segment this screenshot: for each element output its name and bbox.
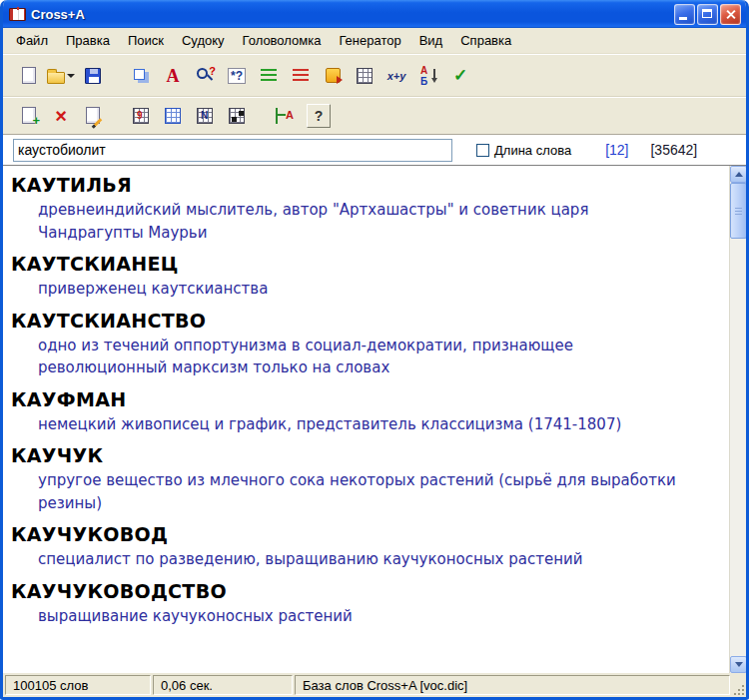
menu-view[interactable]: Вид <box>410 30 452 51</box>
save-floppy-icon <box>85 68 101 84</box>
font-button[interactable]: A <box>157 61 189 91</box>
crossword-grid-icon <box>229 108 245 124</box>
add-entry-button[interactable]: + <box>13 101 45 131</box>
save-button[interactable] <box>77 61 109 91</box>
match-count: [35642] <box>650 142 697 158</box>
dictionary-entry[interactable]: КАУТСКИАНЕЦ приверженец каутскианства <box>11 253 719 301</box>
resize-grip[interactable] <box>731 682 745 696</box>
status-word-count: 100105 слов <box>5 675 151 695</box>
sort-letter-bottom: Б <box>420 76 427 87</box>
entry-definition: упругое вещество из млечного сока некото… <box>38 469 677 514</box>
scroll-up-icon <box>735 172 743 177</box>
edit-entry-button[interactable] <box>77 101 109 131</box>
pattern-mask-icon: *? <box>228 68 246 84</box>
dictionary-entry[interactable]: КАУТСКИАНСТВО одно из течений оппортуниз… <box>11 310 719 379</box>
status-search-time: 0,06 сек. <box>153 675 293 695</box>
sudoku-digit: 9 <box>137 111 143 121</box>
menu-search[interactable]: Поиск <box>119 30 173 51</box>
vertical-scrollbar[interactable] <box>729 166 746 673</box>
entry-word: КАУЧУК <box>11 444 719 466</box>
red-list-icon <box>293 69 309 82</box>
sudoku-grid-button[interactable]: 9 <box>125 101 157 131</box>
help-button[interactable]: ? <box>307 104 331 128</box>
word-length-checkbox[interactable] <box>476 144 489 157</box>
formula-icon: x+y <box>387 70 406 82</box>
pattern-search-button[interactable]: *? <box>221 61 253 91</box>
copy-fragment-button[interactable] <box>125 61 157 91</box>
close-button[interactable] <box>720 4 741 25</box>
copy-grid-icon <box>134 69 145 80</box>
delete-entry-button[interactable]: × <box>45 101 77 131</box>
main-toolbar: A ? *? x+y А Б ✓ <box>3 54 746 96</box>
dictionary-entry[interactable]: КАУЧУКОВОД специалист по разведению, выр… <box>11 523 719 571</box>
menu-file[interactable]: Файл <box>7 30 57 51</box>
window-title: Cross+A <box>31 7 674 22</box>
sort-alphabet-icon: А Б <box>420 66 436 86</box>
menu-help[interactable]: Справка <box>451 30 520 51</box>
open-folder-icon <box>47 72 65 84</box>
dictionary-entry[interactable]: КАУТИЛЬЯ древнеиндийский мыслитель, авто… <box>11 174 719 244</box>
scrollbar-thumb[interactable] <box>730 183 746 239</box>
new-document-button[interactable] <box>13 61 45 91</box>
scroll-up-button[interactable] <box>730 166 746 183</box>
entry-word: КАУТСКИАНСТВО <box>11 310 719 332</box>
word-length-label: Длина слова <box>494 143 571 158</box>
minimize-icon <box>679 17 687 20</box>
menu-edit[interactable]: Правка <box>57 30 119 51</box>
dictionary-entry[interactable]: КАУЧУК упругое вещество из млечного сока… <box>11 444 719 514</box>
close-icon <box>721 5 740 24</box>
scroll-down-button[interactable] <box>730 656 746 673</box>
pencil-icon <box>92 118 103 129</box>
minimize-button[interactable] <box>674 4 695 25</box>
search-magnifier-icon <box>197 68 208 79</box>
dictionary-entry[interactable]: КАУФМАН немецкий живописец и график, пре… <box>11 388 719 436</box>
entry-definition: одно из течений оппортунизма в социал-де… <box>38 335 677 379</box>
menu-bar: Файл Правка Поиск Судоку Головоломка Ген… <box>3 28 746 54</box>
sort-alphabet-button[interactable]: А Б <box>412 61 444 91</box>
tree-icon: А <box>276 108 294 124</box>
entry-definition: специалист по разведению, выращиванию ка… <box>38 548 677 571</box>
new-document-icon <box>22 67 36 84</box>
entry-definition: приверженец каутскианства <box>38 278 677 301</box>
title-bar[interactable]: Cross+A <box>3 0 746 28</box>
app-window: Cross+A Файл Правка Поиск Судоку Головол… <box>0 0 749 700</box>
plus-icon: + <box>32 114 40 127</box>
thesaurus-tree-button[interactable]: А <box>269 101 301 131</box>
formula-button[interactable]: x+y <box>380 61 412 91</box>
word-list-button[interactable] <box>253 61 285 91</box>
number-grid-button[interactable]: N <box>189 101 221 131</box>
check-icon: ✓ <box>453 67 467 84</box>
search-word-button[interactable]: ? <box>189 61 221 91</box>
green-list-icon <box>261 69 277 82</box>
scroll-down-icon <box>735 662 743 667</box>
grid-letter: N <box>201 111 208 121</box>
edit-page-icon <box>86 107 100 124</box>
menu-generator[interactable]: Генератор <box>330 30 409 51</box>
number-grid-icon: N <box>197 108 213 124</box>
entry-list: КАУТИЛЬЯ древнеиндийский мыслитель, авто… <box>3 166 729 673</box>
grid-tool-button[interactable] <box>349 61 380 91</box>
add-page-icon: + <box>22 107 36 124</box>
secondary-toolbar: + × 9 N А ? <box>3 96 746 134</box>
blue-grid-button[interactable] <box>157 101 189 131</box>
status-database: База слов Cross+A [voc.dic] <box>295 675 730 695</box>
search-question-icon: ? <box>209 65 216 77</box>
search-input[interactable] <box>13 139 452 162</box>
entry-word: КАУЧУКОВОД <box>11 523 719 545</box>
app-book-icon <box>9 8 26 21</box>
tree-letter: А <box>286 109 294 121</box>
crossword-grid-button[interactable] <box>221 101 253 131</box>
entry-word: КАУТИЛЬЯ <box>11 174 719 196</box>
excluded-list-button[interactable] <box>285 61 317 91</box>
apply-check-button[interactable]: ✓ <box>444 61 476 91</box>
menu-sudoku[interactable]: Судоку <box>173 30 234 51</box>
entry-definition: выращивание каучуконосных растений <box>38 605 677 628</box>
maximize-button[interactable] <box>697 4 718 25</box>
puzzle-tool-button[interactable] <box>317 61 349 91</box>
sort-arrow-icon <box>433 69 435 79</box>
grid-icon <box>357 68 373 84</box>
dictionary-entry[interactable]: КАУЧУКОВОДСТВО выращивание каучуконосных… <box>11 580 719 628</box>
open-dropdown-arrow-icon <box>67 74 75 78</box>
menu-puzzle[interactable]: Головоломка <box>234 30 331 51</box>
open-file-button[interactable] <box>45 61 77 91</box>
